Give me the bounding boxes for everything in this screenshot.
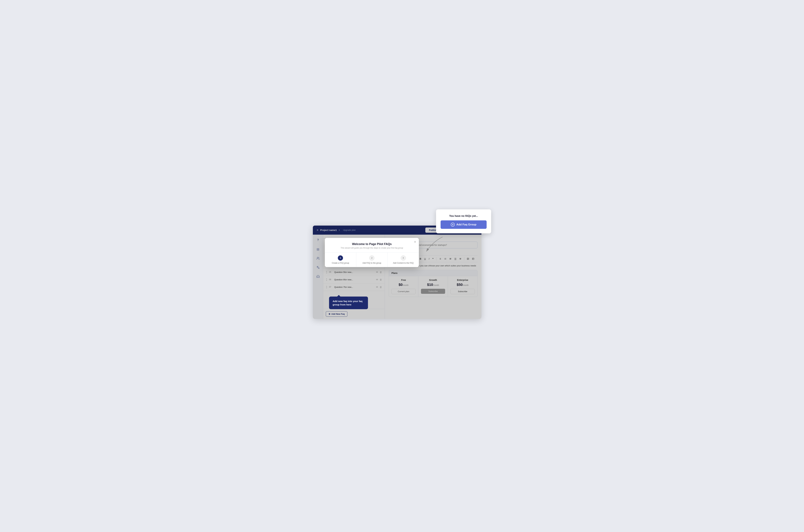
wizard-step[interactable]: 2 Add FAQ to the group xyxy=(356,252,388,267)
step-label: Add FAQ to the group xyxy=(358,262,386,264)
main-window: ≡ Project name1 ▾ Upgrade plan Publish P… xyxy=(313,226,482,319)
modal-header: Welcome to Page Pilot FAQs This wizard w… xyxy=(325,238,419,252)
step-label: Add Content to the FAQ xyxy=(390,262,417,264)
welcome-modal: Welcome to Page Pilot FAQs This wizard w… xyxy=(325,238,419,267)
modal-subtitle: This wizard will guide you through the s… xyxy=(330,247,414,249)
step-number: 2 xyxy=(369,255,374,261)
step-label: Create a FAQ group xyxy=(327,262,354,264)
tooltip-card-text: You have no fAQs yet... xyxy=(449,214,478,217)
wizard-step[interactable]: 1 Create a FAQ group xyxy=(325,252,356,267)
add-faq-group-button[interactable]: + Add Faq Group xyxy=(441,221,487,229)
scene: You have no fAQs yet... + Add Faq Group … xyxy=(313,209,491,323)
plus-circle-icon: + xyxy=(451,223,455,227)
modal-title: Welcome to Page Pilot FAQs xyxy=(330,243,414,246)
step-number: 3 xyxy=(401,255,406,261)
modal-close-button[interactable]: ✕ xyxy=(414,240,416,244)
add-faq-group-label: Add Faq Group xyxy=(456,223,476,226)
wizard-step[interactable]: 3 Add Content to the FAQ xyxy=(388,252,419,267)
tooltip-card: You have no fAQs yet... + Add Faq Group xyxy=(436,209,491,233)
wizard-steps: 1 Create a FAQ group 2 Add FAQ to the gr… xyxy=(325,252,419,267)
tooltip-bottom-text: Add new faq into your faq group from her… xyxy=(333,300,362,306)
step-number: 1 xyxy=(338,255,343,261)
tooltip-bottom: Add new faq into your faq group from her… xyxy=(329,297,368,309)
